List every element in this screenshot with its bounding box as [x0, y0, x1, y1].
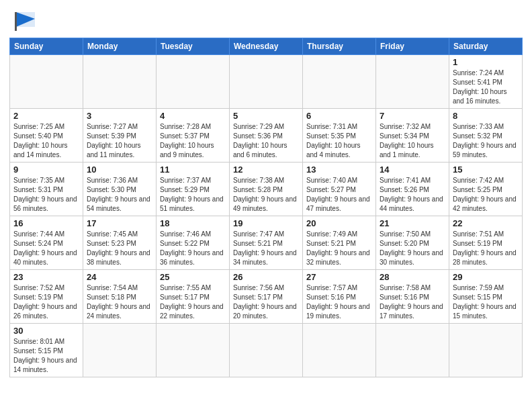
- day-number: 17: [87, 218, 152, 228]
- calendar-day-cell: [157, 55, 230, 109]
- day-info: Sunrise: 8:01 AMSunset: 5:15 PMDaylight:…: [13, 337, 79, 375]
- calendar-day-cell: 29Sunrise: 7:59 AMSunset: 5:15 PMDayligh…: [449, 270, 523, 324]
- calendar-day-cell: 28Sunrise: 7:58 AMSunset: 5:16 PMDayligh…: [376, 270, 449, 324]
- calendar-day-cell: 3Sunrise: 7:27 AMSunset: 5:39 PMDaylight…: [83, 109, 157, 163]
- day-number: 16: [13, 218, 79, 228]
- day-info: Sunrise: 7:45 AMSunset: 5:23 PMDaylight:…: [87, 230, 152, 267]
- day-info: Sunrise: 7:31 AMSunset: 5:35 PMDaylight:…: [306, 122, 372, 160]
- calendar-day-cell: 16Sunrise: 7:44 AMSunset: 5:24 PMDayligh…: [10, 216, 83, 270]
- day-number: 24: [87, 272, 152, 282]
- calendar-day-cell: [376, 324, 449, 377]
- page: Sunday Monday Tuesday Wednesday Thursday…: [0, 0, 532, 384]
- calendar-day-cell: [83, 55, 157, 109]
- day-number: 4: [160, 111, 226, 121]
- calendar-week-row: 2Sunrise: 7:25 AMSunset: 5:40 PMDaylight…: [10, 109, 523, 163]
- calendar-day-cell: [376, 55, 449, 109]
- calendar-table: Sunday Monday Tuesday Wednesday Thursday…: [9, 38, 523, 377]
- day-info: Sunrise: 7:32 AMSunset: 5:34 PMDaylight:…: [380, 122, 445, 160]
- header-saturday: Saturday: [449, 38, 523, 55]
- calendar-day-cell: 24Sunrise: 7:54 AMSunset: 5:18 PMDayligh…: [83, 270, 157, 324]
- calendar-day-cell: 21Sunrise: 7:50 AMSunset: 5:20 PMDayligh…: [376, 216, 449, 270]
- calendar-day-cell: 12Sunrise: 7:38 AMSunset: 5:28 PMDayligh…: [230, 163, 303, 216]
- day-number: 7: [380, 111, 445, 121]
- day-number: 22: [453, 218, 519, 228]
- generalblue-logo-icon: [9, 9, 39, 34]
- day-number: 13: [306, 165, 372, 175]
- calendar-day-cell: 7Sunrise: 7:32 AMSunset: 5:34 PMDaylight…: [376, 109, 449, 163]
- svg-rect-2: [15, 12, 17, 31]
- day-number: 1: [453, 57, 519, 67]
- day-number: 20: [306, 218, 372, 228]
- calendar-day-cell: 30Sunrise: 8:01 AMSunset: 5:15 PMDayligh…: [10, 324, 83, 377]
- day-number: 29: [453, 272, 519, 282]
- calendar-week-row: 9Sunrise: 7:35 AMSunset: 5:31 PMDaylight…: [10, 163, 523, 216]
- day-info: Sunrise: 7:54 AMSunset: 5:18 PMDaylight:…: [87, 283, 152, 321]
- day-info: Sunrise: 7:56 AMSunset: 5:17 PMDaylight:…: [233, 283, 299, 321]
- calendar-day-cell: [303, 55, 376, 109]
- day-info: Sunrise: 7:33 AMSunset: 5:32 PMDaylight:…: [453, 122, 519, 160]
- day-info: Sunrise: 7:27 AMSunset: 5:39 PMDaylight:…: [87, 122, 152, 160]
- calendar-day-cell: 27Sunrise: 7:57 AMSunset: 5:16 PMDayligh…: [303, 270, 376, 324]
- day-info: Sunrise: 7:51 AMSunset: 5:19 PMDaylight:…: [453, 230, 519, 267]
- day-info: Sunrise: 7:38 AMSunset: 5:28 PMDaylight:…: [233, 176, 299, 214]
- calendar-day-cell: 23Sunrise: 7:52 AMSunset: 5:19 PMDayligh…: [10, 270, 83, 324]
- calendar-day-cell: [449, 324, 523, 377]
- calendar-day-cell: 5Sunrise: 7:29 AMSunset: 5:36 PMDaylight…: [230, 109, 303, 163]
- calendar-day-cell: 2Sunrise: 7:25 AMSunset: 5:40 PMDaylight…: [10, 109, 83, 163]
- day-number: 28: [380, 272, 445, 282]
- day-number: 5: [233, 111, 299, 121]
- day-number: 6: [306, 111, 372, 121]
- calendar-day-cell: 25Sunrise: 7:55 AMSunset: 5:17 PMDayligh…: [157, 270, 230, 324]
- day-number: 21: [380, 218, 445, 228]
- calendar-day-cell: [230, 55, 303, 109]
- day-number: 26: [233, 272, 299, 282]
- calendar-day-cell: 22Sunrise: 7:51 AMSunset: 5:19 PMDayligh…: [449, 216, 523, 270]
- day-info: Sunrise: 7:25 AMSunset: 5:40 PMDaylight:…: [13, 122, 79, 160]
- day-info: Sunrise: 7:24 AMSunset: 5:41 PMDaylight:…: [453, 68, 519, 106]
- calendar-day-cell: [303, 324, 376, 377]
- day-info: Sunrise: 7:28 AMSunset: 5:37 PMDaylight:…: [160, 122, 226, 160]
- calendar-day-cell: 15Sunrise: 7:42 AMSunset: 5:25 PMDayligh…: [449, 163, 523, 216]
- day-number: 2: [13, 111, 79, 121]
- calendar-day-cell: 6Sunrise: 7:31 AMSunset: 5:35 PMDaylight…: [303, 109, 376, 163]
- day-number: 3: [87, 111, 152, 121]
- day-info: Sunrise: 7:55 AMSunset: 5:17 PMDaylight:…: [160, 283, 226, 321]
- calendar-day-cell: 26Sunrise: 7:56 AMSunset: 5:17 PMDayligh…: [230, 270, 303, 324]
- day-info: Sunrise: 7:35 AMSunset: 5:31 PMDaylight:…: [13, 176, 79, 214]
- calendar-day-cell: 17Sunrise: 7:45 AMSunset: 5:23 PMDayligh…: [83, 216, 157, 270]
- day-info: Sunrise: 7:52 AMSunset: 5:19 PMDaylight:…: [13, 283, 79, 321]
- day-info: Sunrise: 7:40 AMSunset: 5:27 PMDaylight:…: [306, 176, 372, 214]
- weekday-header-row: Sunday Monday Tuesday Wednesday Thursday…: [10, 38, 523, 55]
- calendar-day-cell: 11Sunrise: 7:37 AMSunset: 5:29 PMDayligh…: [157, 163, 230, 216]
- day-info: Sunrise: 7:29 AMSunset: 5:36 PMDaylight:…: [233, 122, 299, 160]
- calendar-day-cell: 13Sunrise: 7:40 AMSunset: 5:27 PMDayligh…: [303, 163, 376, 216]
- day-number: 10: [87, 165, 152, 175]
- calendar-day-cell: 14Sunrise: 7:41 AMSunset: 5:26 PMDayligh…: [376, 163, 449, 216]
- day-info: Sunrise: 7:42 AMSunset: 5:25 PMDaylight:…: [453, 176, 519, 214]
- header-friday: Friday: [376, 38, 449, 55]
- day-number: 30: [13, 326, 79, 336]
- day-info: Sunrise: 7:36 AMSunset: 5:30 PMDaylight:…: [87, 176, 152, 214]
- day-number: 19: [233, 218, 299, 228]
- day-info: Sunrise: 7:59 AMSunset: 5:15 PMDaylight:…: [453, 283, 519, 321]
- calendar-day-cell: 9Sunrise: 7:35 AMSunset: 5:31 PMDaylight…: [10, 163, 83, 216]
- header-monday: Monday: [83, 38, 157, 55]
- day-info: Sunrise: 7:47 AMSunset: 5:21 PMDaylight:…: [233, 230, 299, 267]
- header-tuesday: Tuesday: [157, 38, 230, 55]
- logo: [9, 9, 42, 34]
- day-number: 25: [160, 272, 226, 282]
- day-info: Sunrise: 7:46 AMSunset: 5:22 PMDaylight:…: [160, 230, 226, 267]
- day-info: Sunrise: 7:44 AMSunset: 5:24 PMDaylight:…: [13, 230, 79, 267]
- day-number: 14: [380, 165, 445, 175]
- day-info: Sunrise: 7:58 AMSunset: 5:16 PMDaylight:…: [380, 283, 445, 321]
- day-number: 12: [233, 165, 299, 175]
- day-number: 15: [453, 165, 519, 175]
- calendar-day-cell: [230, 324, 303, 377]
- header: [9, 7, 523, 34]
- calendar-day-cell: [157, 324, 230, 377]
- calendar-day-cell: [10, 55, 83, 109]
- calendar-week-row: 16Sunrise: 7:44 AMSunset: 5:24 PMDayligh…: [10, 216, 523, 270]
- day-info: Sunrise: 7:57 AMSunset: 5:16 PMDaylight:…: [306, 283, 372, 321]
- calendar-day-cell: 8Sunrise: 7:33 AMSunset: 5:32 PMDaylight…: [449, 109, 523, 163]
- day-number: 27: [306, 272, 372, 282]
